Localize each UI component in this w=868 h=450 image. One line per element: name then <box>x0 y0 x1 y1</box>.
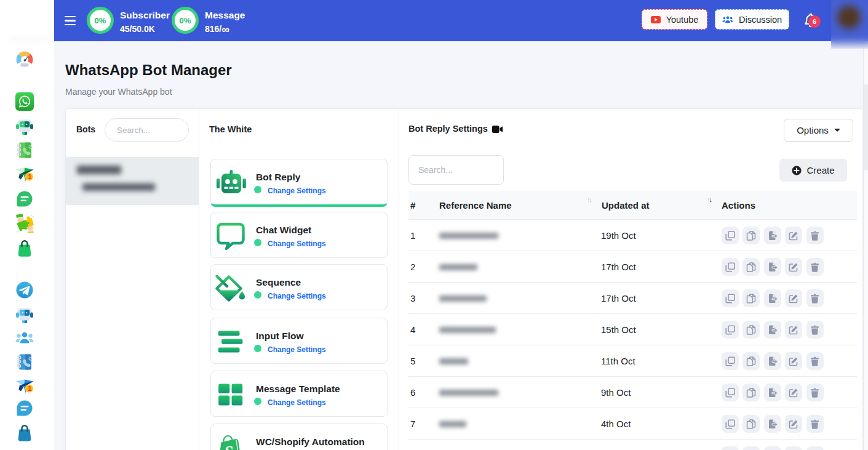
svg-text:1: 1 <box>28 385 31 392</box>
svg-text:S: S <box>225 443 234 450</box>
svg-text:1: 1 <box>28 173 31 180</box>
